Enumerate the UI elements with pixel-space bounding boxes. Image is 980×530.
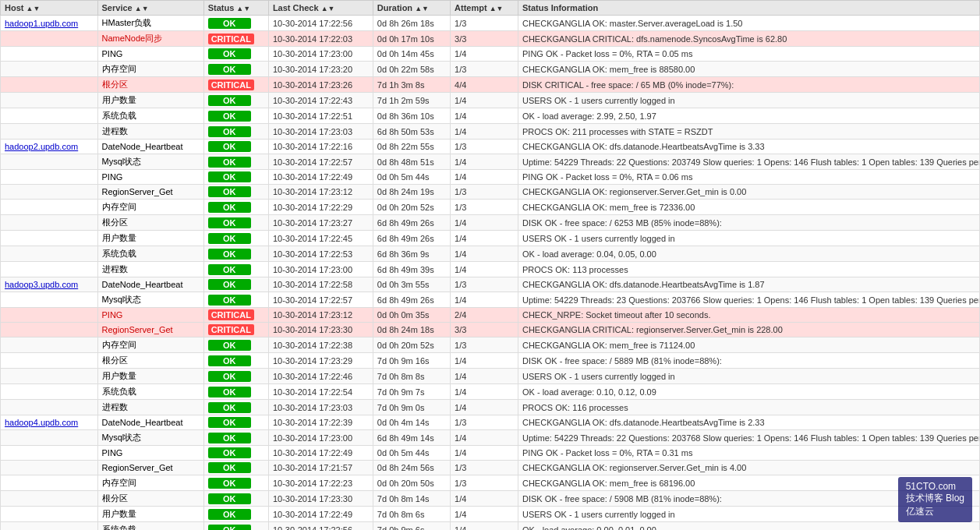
status-badge: OK [208, 340, 251, 351]
service-cell: 用户数量 [97, 93, 203, 108]
duration-cell: 6d 8h 50m 53s [373, 124, 450, 140]
host-cell [1, 353, 98, 369]
attempt-cell: 1/3 [451, 16, 518, 31]
host-link[interactable]: hadoop4.updb.com [5, 418, 78, 427]
duration-cell: 7d 0h 8m 6s [373, 507, 450, 522]
attempt-cell: 1/4 [451, 491, 518, 507]
host-cell [1, 246, 98, 262]
status-cell: OK [203, 154, 268, 170]
duration-cell: 7d 0h 8m 8s [373, 369, 450, 384]
host-cell[interactable]: hadoop4.updb.com [1, 415, 98, 430]
col-lastcheck[interactable]: Last Check ▲▼ [268, 1, 373, 16]
monitoring-table: Host ▲▼ Service ▲▼ Status ▲▼ Last Check … [0, 0, 980, 530]
host-cell[interactable]: hadoop1.updb.com [1, 16, 98, 31]
attempt-cell: 1/4 [451, 108, 518, 124]
attempt-cell: 2/4 [451, 308, 518, 323]
host-cell [1, 124, 98, 140]
status-badge: OK [208, 295, 251, 306]
col-service[interactable]: Service ▲▼ [97, 1, 203, 16]
duration-cell: 0d 0h 0m 35s [373, 308, 450, 323]
status-badge: OK [208, 233, 251, 244]
lastcheck-cell: 10-30-2014 17:22:23 [268, 475, 373, 491]
status-cell: OK [203, 185, 268, 200]
duration-cell: 0d 8h 22m 55s [373, 140, 450, 154]
info-cell: OK - load average: 0.10, 0.12, 0.09 [518, 384, 979, 400]
duration-cell: 6d 8h 49m 26s [373, 292, 450, 308]
status-badge: OK [208, 279, 251, 290]
attempt-cell: 1/4 [451, 400, 518, 415]
host-cell [1, 93, 98, 108]
service-cell: HMaster负载 [97, 16, 203, 31]
status-cell: OK [203, 16, 268, 31]
lastcheck-cell: 10-30-2014 17:22:54 [268, 384, 373, 400]
host-cell [1, 461, 98, 475]
service-cell: 根分区 [97, 353, 203, 369]
col-host[interactable]: Host ▲▼ [1, 1, 98, 16]
host-link[interactable]: hadoop2.updb.com [5, 142, 78, 151]
duration-cell: 7d 0h 9m 6s [373, 522, 450, 531]
service-cell: PING [97, 47, 203, 62]
attempt-cell: 1/4 [451, 246, 518, 262]
service-cell: PING [97, 170, 203, 185]
status-badge: OK [208, 447, 251, 458]
host-cell [1, 507, 98, 522]
status-badge: OK [208, 48, 251, 59]
status-badge: OK [208, 525, 251, 531]
status-badge: OK [208, 371, 251, 382]
host-cell [1, 262, 98, 277]
duration-cell: 0d 0h 4m 14s [373, 415, 450, 430]
status-badge: OK [208, 249, 251, 260]
attempt-cell: 1/4 [451, 292, 518, 308]
duration-cell: 6d 8h 49m 14s [373, 430, 450, 446]
info-cell: CHECKGANGLIA OK: master.Server.averageLo… [518, 16, 979, 31]
service-cell: 进程数 [97, 400, 203, 415]
host-cell [1, 231, 98, 246]
lastcheck-cell: 10-30-2014 17:23:20 [268, 62, 373, 77]
col-status[interactable]: Status ▲▼ [203, 1, 268, 16]
host-cell[interactable]: hadoop2.updb.com [1, 140, 98, 154]
status-cell: OK [203, 93, 268, 108]
lastcheck-cell: 10-30-2014 17:23:03 [268, 400, 373, 415]
service-cell: PING [97, 308, 203, 323]
attempt-cell: 1/4 [451, 369, 518, 384]
status-cell: OK [203, 47, 268, 62]
lastcheck-cell: 10-30-2014 17:22:46 [268, 369, 373, 384]
duration-cell: 0d 8h 24m 56s [373, 461, 450, 475]
attempt-cell: 3/3 [451, 323, 518, 337]
info-cell: CHECKGANGLIA OK: dfs.datanode.Heartbeats… [518, 140, 979, 154]
service-cell: 系统负载 [97, 522, 203, 531]
status-cell: OK [203, 246, 268, 262]
host-cell [1, 108, 98, 124]
info-cell: CHECKGANGLIA OK: dfs.datanode.Heartbeats… [518, 415, 979, 430]
service-cell: DateNode_Heartbeat [97, 277, 203, 292]
status-cell: OK [203, 461, 268, 475]
status-cell: OK [203, 124, 268, 140]
info-cell: CHECKGANGLIA OK: mem_free is 88580.00 [518, 62, 979, 77]
host-cell [1, 369, 98, 384]
status-cell: OK [203, 62, 268, 77]
attempt-cell: 1/3 [451, 415, 518, 430]
service-cell: 内存空间 [97, 337, 203, 353]
service-cell: DateNode_Heartbeat [97, 140, 203, 154]
host-link[interactable]: hadoop1.updb.com [5, 19, 78, 28]
host-link[interactable]: hadoop3.updb.com [5, 280, 78, 289]
duration-cell: 6d 8h 49m 39s [373, 262, 450, 277]
duration-cell: 0d 0h 20m 52s [373, 200, 450, 215]
host-cell[interactable]: hadoop3.updb.com [1, 277, 98, 292]
status-cell: OK [203, 200, 268, 215]
info-cell: DISK CRITICAL - free space: / 65 MB (0% … [518, 77, 979, 93]
status-badge: OK [208, 157, 251, 168]
lastcheck-cell: 10-30-2014 17:23:27 [268, 215, 373, 231]
host-sort-icon: ▲▼ [27, 5, 41, 12]
duration-sort-icon: ▲▼ [415, 5, 429, 12]
service-cell: 系统负载 [97, 384, 203, 400]
status-cell: OK [203, 277, 268, 292]
status-cell: OK [203, 292, 268, 308]
col-attempt[interactable]: Attempt ▲▼ [451, 1, 518, 16]
status-cell: OK [203, 400, 268, 415]
host-cell [1, 47, 98, 62]
duration-cell: 0d 8h 24m 18s [373, 323, 450, 337]
attempt-cell: 1/3 [451, 200, 518, 215]
attempt-cell: 1/4 [451, 215, 518, 231]
col-duration[interactable]: Duration ▲▼ [373, 1, 450, 16]
